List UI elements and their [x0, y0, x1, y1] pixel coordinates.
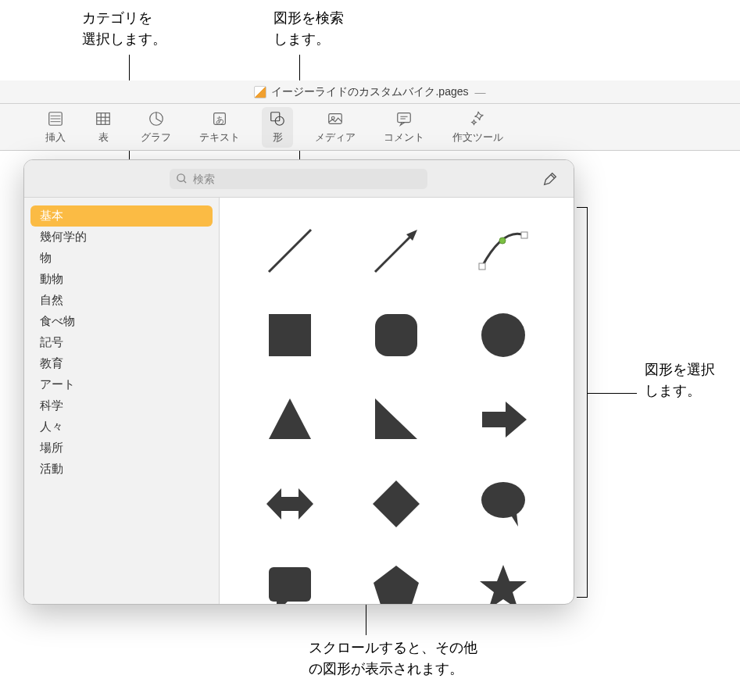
sidebar-label: 動物	[40, 272, 63, 285]
toolbar-comment[interactable]: コメント	[377, 107, 431, 148]
svg-rect-18	[375, 314, 417, 356]
diamond-icon	[369, 477, 424, 531]
shape-star[interactable]	[459, 557, 547, 604]
sidebar-label: 活動	[40, 462, 63, 475]
toolbar-chart-label: グラフ	[141, 130, 171, 145]
svg-point-25	[481, 482, 525, 518]
callout-search: 図形を検索 します。	[273, 8, 344, 50]
svg-rect-17	[269, 314, 311, 356]
svg-rect-9	[398, 112, 411, 122]
pen-tool-button[interactable]	[539, 168, 561, 190]
sidebar-label: 人々	[40, 420, 63, 433]
shape-rounded-square[interactable]	[352, 304, 440, 366]
shape-arrow-right[interactable]	[459, 388, 547, 451]
sidebar-item-nature[interactable]: 自然	[30, 290, 213, 311]
rounded-square-icon	[369, 308, 424, 362]
category-sidebar: 基本 幾何学的 物 動物 自然 食べ物 記号 教育 アート 科学 人々 場所 活…	[24, 198, 220, 604]
sidebar-label: 科学	[40, 398, 63, 412]
shape-arrow-line[interactable]	[352, 220, 440, 282]
sidebar-item-food[interactable]: 食べ物	[30, 311, 213, 332]
toolbar-insert-label: 挿入	[45, 130, 66, 145]
comment-icon	[395, 110, 413, 127]
toolbar-media-label: メディア	[315, 130, 356, 145]
sidebar-item-art[interactable]: アート	[30, 374, 213, 395]
svg-rect-15	[521, 232, 527, 238]
sidebar-label: 幾何学的	[40, 230, 87, 243]
svg-marker-30	[480, 565, 527, 604]
svg-line-11	[269, 230, 311, 272]
sidebar-item-symbols[interactable]: 記号	[30, 332, 213, 353]
shape-square[interactable]	[246, 304, 334, 366]
toolbar-insert[interactable]: 挿入	[39, 107, 72, 148]
sidebar-item-education[interactable]: 教育	[30, 353, 213, 374]
shapes-popover: 基本 幾何学的 物 動物 自然 食べ物 記号 教育 アート 科学 人々 場所 活…	[23, 159, 574, 605]
callout-choose-shape: 図形を選択 します。	[645, 359, 715, 402]
shape-diamond[interactable]	[352, 473, 440, 535]
sidebar-item-science[interactable]: 科学	[30, 395, 213, 416]
sidebar-item-people[interactable]: 人々	[30, 416, 213, 438]
sidebar-item-places[interactable]: 場所	[30, 438, 213, 459]
shape-speech-bubble[interactable]	[459, 473, 547, 535]
insert-icon	[46, 110, 65, 127]
sidebar-item-activities[interactable]: 活動	[30, 459, 213, 480]
search-input[interactable]	[170, 169, 427, 189]
circle-icon	[476, 308, 531, 362]
search-icon	[176, 173, 188, 184]
sidebar-item-geometric[interactable]: 幾何学的	[30, 227, 213, 248]
pentagon-icon	[369, 561, 424, 604]
sidebar-label: アート	[40, 377, 75, 391]
toolbar-chart[interactable]: グラフ	[134, 107, 177, 148]
svg-marker-22	[482, 402, 527, 438]
writing-icon	[469, 110, 488, 127]
svg-rect-27	[269, 567, 311, 602]
svg-rect-14	[479, 263, 485, 270]
svg-marker-23	[266, 488, 313, 520]
shape-circle[interactable]	[459, 304, 547, 366]
right-triangle-icon	[369, 392, 424, 447]
arrow-right-icon	[476, 392, 531, 447]
svg-marker-24	[373, 480, 420, 527]
callout-scroll-more: スクロールすると、その他 の図形が表示されます。	[309, 638, 477, 680]
svg-line-12	[375, 233, 414, 272]
toolbar-text[interactable]: あ テキスト	[193, 107, 246, 148]
sidebar-item-animals[interactable]: 動物	[30, 269, 213, 290]
svg-point-8	[331, 116, 334, 120]
arrow-leftright-icon	[263, 477, 317, 531]
svg-text:あ: あ	[216, 114, 224, 123]
triangle-icon	[263, 392, 317, 447]
shape-curve[interactable]	[459, 220, 547, 282]
shape-line[interactable]	[246, 220, 334, 282]
window-title-bar: イージーライドのカスタムバイク.pages —	[0, 80, 740, 104]
document-title: イージーライドのカスタムバイク.pages	[271, 85, 468, 99]
svg-rect-1	[97, 112, 110, 124]
line-icon	[263, 223, 317, 278]
shape-callout-rect[interactable]	[246, 557, 334, 604]
toolbar-media[interactable]: メディア	[309, 107, 362, 148]
toolbar-comment-label: コメント	[384, 130, 424, 145]
callout-line-scroll	[366, 604, 366, 635]
callout-line-choose	[588, 393, 637, 394]
shape-grid	[220, 198, 574, 604]
curve-icon	[476, 223, 531, 278]
popover-body: 基本 幾何学的 物 動物 自然 食べ物 記号 教育 アート 科学 人々 場所 活…	[24, 198, 574, 604]
sidebar-item-objects[interactable]: 物	[30, 248, 213, 269]
shape-triangle[interactable]	[246, 388, 334, 451]
speech-bubble-icon	[476, 477, 531, 531]
toolbar: 挿入 表 グラフ あ テキスト 形 メディア コメント 作文ツール	[0, 104, 740, 151]
svg-point-10	[177, 173, 184, 180]
toolbar-writing[interactable]: 作文ツール	[446, 107, 509, 148]
sidebar-item-basic[interactable]: 基本	[30, 205, 213, 227]
shape-right-triangle[interactable]	[352, 388, 440, 451]
toolbar-table[interactable]: 表	[88, 107, 119, 148]
text-icon: あ	[210, 110, 229, 127]
toolbar-shape[interactable]: 形	[262, 107, 293, 148]
chart-icon	[147, 110, 166, 127]
shape-arrow-leftright[interactable]	[246, 473, 334, 535]
sidebar-label: 自然	[40, 293, 63, 306]
svg-marker-26	[510, 512, 518, 527]
sidebar-label: 場所	[40, 441, 63, 454]
doc-icon	[254, 86, 266, 98]
sidebar-label: 食べ物	[40, 314, 75, 327]
sidebar-label: 基本	[40, 209, 63, 222]
shape-pentagon[interactable]	[352, 557, 440, 604]
